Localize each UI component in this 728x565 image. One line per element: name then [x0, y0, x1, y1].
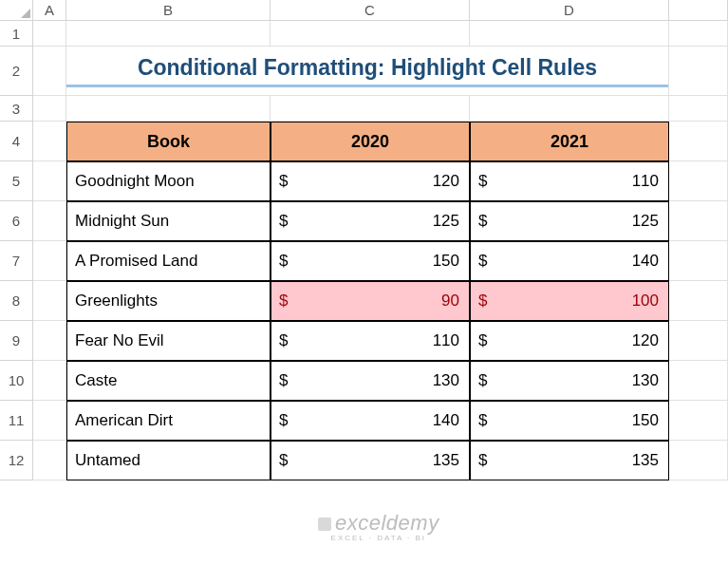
watermark: exceldemy EXCEL · DATA · BI [318, 511, 439, 542]
row-header-8[interactable]: 8 [0, 281, 33, 321]
cell-2021-4[interactable]: $120 [470, 321, 669, 361]
row-header-10[interactable]: 10 [0, 361, 33, 401]
cell-book-2[interactable]: A Promised Land [66, 241, 271, 281]
cell-book-6[interactable]: American Dirt [66, 401, 271, 441]
cell-2021-5[interactable]: $130 [470, 361, 669, 401]
cell-D3[interactable] [470, 96, 669, 122]
cell-A3[interactable] [33, 96, 66, 122]
cell-A11[interactable] [33, 401, 66, 441]
cell-A12[interactable] [33, 441, 66, 480]
currency-symbol: $ [279, 371, 288, 390]
cell-A2[interactable] [33, 47, 66, 96]
page-title: Conditional Formatting: Highlight Cell R… [66, 51, 668, 87]
cell-E6[interactable] [669, 201, 728, 241]
cell-E4[interactable] [669, 122, 728, 161]
currency-symbol: $ [478, 451, 487, 470]
col-header-C[interactable]: C [271, 0, 470, 21]
cell-2020-7[interactable]: $135 [271, 441, 470, 480]
cell-E9[interactable] [669, 321, 728, 361]
cell-2020-4[interactable]: $110 [271, 321, 470, 361]
cell-E1[interactable] [669, 21, 728, 47]
row-header-4[interactable]: 4 [0, 122, 33, 161]
cell-A7[interactable] [33, 241, 66, 281]
cell-E7[interactable] [669, 241, 728, 281]
currency-symbol: $ [478, 292, 487, 311]
cell-book-4[interactable]: Fear No Evil [66, 321, 271, 361]
currency-symbol: $ [279, 252, 288, 271]
cell-B3[interactable] [66, 96, 271, 122]
cell-C1[interactable] [271, 21, 470, 47]
row-header-12[interactable]: 12 [0, 441, 33, 480]
cell-A1[interactable] [33, 21, 66, 47]
col-header-B[interactable]: B [66, 0, 271, 21]
col-header-A[interactable]: A [33, 0, 66, 21]
cell-2020-3[interactable]: $90 [271, 281, 470, 321]
table-header-book[interactable]: Book [66, 122, 271, 161]
cell-2020-2[interactable]: $150 [271, 241, 470, 281]
cell-value: 100 [632, 292, 659, 311]
cell-2021-1[interactable]: $125 [470, 201, 669, 241]
currency-symbol: $ [478, 411, 487, 430]
cell-A4[interactable] [33, 122, 66, 161]
cell-C3[interactable] [271, 96, 470, 122]
cell-E11[interactable] [669, 401, 728, 441]
currency-symbol: $ [478, 212, 487, 231]
row-header-9[interactable]: 9 [0, 321, 33, 361]
cell-book-0[interactable]: Goodnight Moon [66, 161, 271, 201]
cell-E2[interactable] [669, 47, 728, 96]
cell-A10[interactable] [33, 361, 66, 401]
currency-symbol: $ [478, 371, 487, 390]
cell-A9[interactable] [33, 321, 66, 361]
cell-2021-3[interactable]: $100 [470, 281, 669, 321]
watermark-tagline: EXCEL · DATA · BI [318, 534, 439, 542]
row-header-3[interactable]: 3 [0, 96, 33, 122]
cell-book-7[interactable]: Untamed [66, 441, 271, 480]
row-header-6[interactable]: 6 [0, 201, 33, 241]
cell-2021-6[interactable]: $150 [470, 401, 669, 441]
cell-book-3[interactable]: Greenlights [66, 281, 271, 321]
cell-value: 150 [632, 411, 659, 430]
cell-A5[interactable] [33, 161, 66, 201]
table-header-2021[interactable]: 2021 [470, 122, 669, 161]
row-header-11[interactable]: 11 [0, 401, 33, 441]
cell-A6[interactable] [33, 201, 66, 241]
cell-A8[interactable] [33, 281, 66, 321]
cell-E5[interactable] [669, 161, 728, 201]
title-cell[interactable]: Conditional Formatting: Highlight Cell R… [66, 47, 669, 96]
cell-2020-0[interactable]: $120 [271, 161, 470, 201]
cell-value: 135 [632, 451, 659, 470]
cell-value: 120 [632, 331, 659, 350]
cell-2020-1[interactable]: $125 [271, 201, 470, 241]
watermark-text: exceldemy [335, 511, 439, 535]
cell-value: 110 [632, 172, 659, 191]
currency-symbol: $ [279, 172, 288, 191]
row-header-1[interactable]: 1 [0, 21, 33, 47]
col-header-extra[interactable] [669, 0, 728, 21]
cell-E3[interactable] [669, 96, 728, 122]
cell-E8[interactable] [669, 281, 728, 321]
cell-2020-5[interactable]: $130 [271, 361, 470, 401]
col-header-D[interactable]: D [470, 0, 669, 21]
currency-symbol: $ [478, 252, 487, 271]
cell-2021-2[interactable]: $140 [470, 241, 669, 281]
cell-value: 135 [433, 451, 459, 470]
cell-2021-0[interactable]: $110 [470, 161, 669, 201]
cell-book-1[interactable]: Midnight Sun [66, 201, 271, 241]
currency-symbol: $ [478, 172, 487, 191]
cell-E12[interactable] [669, 441, 728, 480]
row-header-7[interactable]: 7 [0, 241, 33, 281]
cell-B1[interactable] [66, 21, 271, 47]
row-header-5[interactable]: 5 [0, 161, 33, 201]
cell-2020-6[interactable]: $140 [271, 401, 470, 441]
table-header-2020[interactable]: 2020 [271, 122, 470, 161]
cell-value: 120 [433, 172, 459, 191]
cell-book-5[interactable]: Caste [66, 361, 271, 401]
cell-value: 125 [433, 212, 459, 231]
cell-D1[interactable] [470, 21, 669, 47]
cell-E10[interactable] [669, 361, 728, 401]
watermark-icon [318, 518, 331, 531]
cell-value: 150 [433, 252, 459, 271]
row-header-2[interactable]: 2 [0, 47, 33, 96]
select-all-corner[interactable] [0, 0, 33, 21]
cell-2021-7[interactable]: $135 [470, 441, 669, 480]
